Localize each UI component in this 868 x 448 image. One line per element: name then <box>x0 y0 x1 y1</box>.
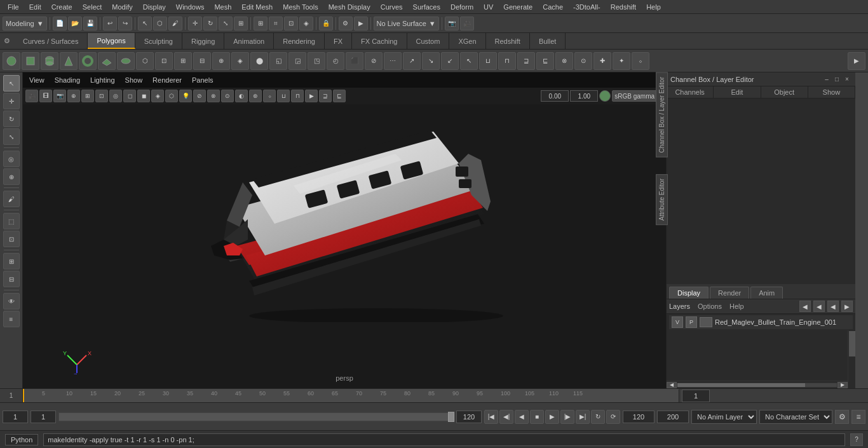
layer-opt-btn[interactable]: ▶ <box>841 301 853 312</box>
tab-fx[interactable]: FX <box>325 33 352 49</box>
vp-value2-input[interactable] <box>570 90 598 102</box>
layer-scroll-left-btn[interactable]: ◀ <box>667 382 677 388</box>
menu-edit[interactable]: Edit <box>24 2 46 12</box>
display-tab-btn[interactable]: Display <box>669 287 709 299</box>
shape11-btn[interactable]: ⊟ <box>193 52 211 70</box>
step-fwd-btn[interactable]: |▶ <box>560 410 574 424</box>
vp-lighting-menu[interactable]: Lighting <box>86 75 119 85</box>
soft-select-btn[interactable]: ◎ <box>3 151 20 167</box>
step-back-btn[interactable]: ◀| <box>499 410 513 424</box>
shape20-btn[interactable]: ⊘ <box>365 52 383 70</box>
tab-settings-btn[interactable]: ⚙ <box>0 34 14 48</box>
cone-btn[interactable] <box>60 52 78 70</box>
vp-wireframe-btn[interactable]: ◻ <box>123 90 136 102</box>
menu-modify[interactable]: Modify <box>107 2 137 12</box>
anim-prefs-btn[interactable]: ⚙ <box>835 410 849 424</box>
vp-ao-btn[interactable]: ⊗ <box>207 90 220 102</box>
snap-curve-btn[interactable]: ⌗ <box>269 17 283 31</box>
vp-cam-btn[interactable]: 🎥 <box>25 90 38 102</box>
menu-curves[interactable]: Curves <box>376 2 408 12</box>
menu-edit-mesh[interactable]: Edit Mesh <box>236 2 278 12</box>
scale-mode-btn[interactable]: ⤡ <box>3 128 20 145</box>
layer-visibility-btn[interactable]: V <box>672 316 683 328</box>
grid-btn[interactable]: ⊟ <box>3 271 20 287</box>
vp-lights-btn[interactable]: 💡 <box>179 90 192 102</box>
menu-surfaces[interactable]: Surfaces <box>408 2 445 12</box>
lasso-mode-btn[interactable]: ⊡ <box>3 231 20 247</box>
vp-panels-menu[interactable]: Panels <box>188 75 217 85</box>
layer-prev-btn[interactable]: ◀ <box>799 301 811 312</box>
playback-speed-btn[interactable]: ⟳ <box>606 410 620 424</box>
plane-btn[interactable] <box>98 52 116 70</box>
cylinder-btn[interactable] <box>41 52 58 70</box>
tab-bullet[interactable]: Bullet <box>530 33 566 49</box>
tab-redshift[interactable]: Redshift <box>486 33 530 49</box>
vp-film-btn[interactable]: 🎞 <box>39 90 52 102</box>
shape17-btn[interactable]: ◳ <box>308 52 325 70</box>
current-frame-input[interactable] <box>31 411 56 423</box>
move-mode-btn[interactable]: ✛ <box>3 93 20 109</box>
layer-hscroll-track[interactable] <box>677 383 837 388</box>
channels-tab[interactable]: Channels <box>667 86 714 98</box>
shape35-btn[interactable]: ▶ <box>848 52 865 70</box>
scale-btn[interactable]: ⤡ <box>219 17 233 31</box>
shape10-btn[interactable]: ⊞ <box>174 52 192 70</box>
shape30-btn[interactable]: ⊗ <box>555 52 573 70</box>
range-end-input[interactable] <box>456 411 482 423</box>
undo-btn[interactable]: ↩ <box>103 17 117 31</box>
cb-expand-btn[interactable]: □ <box>832 75 841 84</box>
shape9-btn[interactable]: ⊡ <box>155 52 173 70</box>
vp-isolate-btn[interactable]: ◎ <box>109 90 122 102</box>
select-mode-btn[interactable]: ↖ <box>3 75 20 92</box>
vp-motion-btn[interactable]: ⊙ <box>221 90 234 102</box>
tab-rigging[interactable]: Rigging <box>182 33 224 49</box>
shape13-btn[interactable]: ◈ <box>231 52 249 70</box>
vp-shaded-btn[interactable]: ◈ <box>151 90 164 102</box>
options-sub-tab[interactable]: Options <box>698 302 722 310</box>
vp-look-btn[interactable]: ⊒ <box>319 90 332 102</box>
layer-next-btn[interactable]: ◀ <box>813 301 825 312</box>
transform-btn[interactable]: ⊞ <box>234 17 248 31</box>
layer-hscroll-thumb[interactable] <box>677 383 805 387</box>
range-start-input[interactable] <box>3 411 28 423</box>
skip-to-end-btn[interactable]: ▶| <box>576 410 590 424</box>
playhead[interactable] <box>23 389 24 402</box>
shape8-btn[interactable]: ⬡ <box>136 52 154 70</box>
loop-btn[interactable]: ↻ <box>591 410 605 424</box>
layer-color-swatch[interactable] <box>700 317 712 327</box>
torus-btn[interactable] <box>79 52 97 70</box>
cb-close-btn[interactable]: × <box>843 75 851 84</box>
menu-generate[interactable]: Generate <box>498 2 538 12</box>
vp-playblast-btn[interactable]: ▶ <box>305 90 318 102</box>
menu-create[interactable]: Create <box>46 2 78 12</box>
menu-uv[interactable]: UV <box>478 2 498 12</box>
max-frame-input[interactable] <box>657 411 689 423</box>
shape34-btn[interactable]: ⬦ <box>632 52 649 70</box>
shape29-btn[interactable]: ⊑ <box>536 52 554 70</box>
anim-layer-dropdown[interactable]: No Anim Layer <box>691 410 757 424</box>
tab-polygons[interactable]: Polygons <box>88 33 135 49</box>
end-frame-input[interactable] <box>623 411 654 423</box>
outliner-btn[interactable]: ≡ <box>3 311 20 327</box>
shape15-btn[interactable]: ◱ <box>269 52 287 70</box>
help-sub-tab[interactable]: Help <box>729 302 744 310</box>
shape12-btn[interactable]: ⊕ <box>212 52 230 70</box>
layer-playback-btn[interactable]: P <box>686 316 697 328</box>
python-tab[interactable]: Python <box>5 434 38 445</box>
shape32-btn[interactable]: ✚ <box>593 52 611 70</box>
lock-btn[interactable]: 🔒 <box>319 17 333 31</box>
cube-btn[interactable] <box>22 52 39 70</box>
timeline-ruler[interactable]: 5 10 15 20 25 30 35 40 45 50 55 60 65 70… <box>23 389 679 402</box>
sphere-btn[interactable] <box>3 52 20 70</box>
shape23-btn[interactable]: ↘ <box>422 52 440 70</box>
live-surface-dropdown[interactable]: No Live Surface ▼ <box>374 17 439 31</box>
vp-texture-btn[interactable]: ⬡ <box>165 90 178 102</box>
workspace-dropdown[interactable]: Modeling ▼ <box>3 17 47 31</box>
shape31-btn[interactable]: ⊙ <box>574 52 592 70</box>
snap-point-btn[interactable]: ⊡ <box>284 17 298 31</box>
vp-dof-btn[interactable]: ◐ <box>235 90 248 102</box>
vp-vis-btn[interactable]: ⊓ <box>291 90 304 102</box>
shape25-btn[interactable]: ↖ <box>460 52 478 70</box>
shape22-btn[interactable]: ↗ <box>403 52 421 70</box>
char-set-dropdown[interactable]: No Character Set <box>759 410 832 424</box>
